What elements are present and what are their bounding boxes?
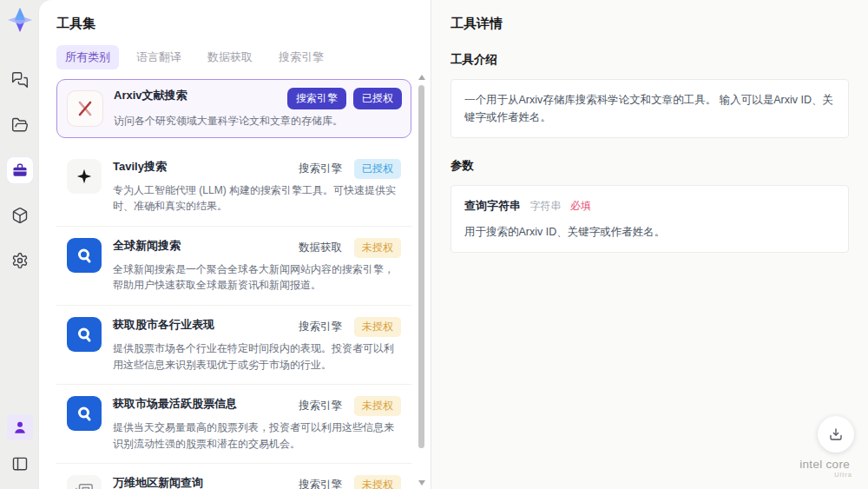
tool-list: Arxiv文献搜索 搜索引擎 已授权 访问各个研究领域大量科学论文和文章的存储库… (56, 79, 431, 489)
tab-all-categories[interactable]: 所有类别 (56, 45, 119, 69)
tool-description: 专为人工智能代理 (LLM) 构建的搜索引擎工具。可快速提供实时、准确和真实的结… (113, 182, 401, 215)
params-heading: 参数 (450, 158, 849, 174)
scrollbar-thumb[interactable] (418, 85, 424, 448)
user-icon[interactable] (7, 414, 33, 440)
tool-name: 获取股市各行业表现 (113, 317, 214, 333)
tool-intro-text: 一个用于从Arxiv存储库搜索科学论文和文章的工具。 输入可以是Arxiv ID… (464, 94, 833, 123)
intel-core-sub-text: Ultra (799, 472, 852, 479)
auth-badge: 已授权 (353, 88, 402, 109)
chat-icon[interactable] (7, 67, 33, 93)
parameter-name: 查询字符串 (464, 199, 521, 212)
category-label: 搜索引擎 (299, 320, 342, 334)
tool-detail-pane: 工具详情 工具介绍 一个用于从Arxiv存储库搜索科学论文和文章的工具。 输入可… (431, 0, 868, 489)
newspaper-icon (67, 475, 102, 489)
tool-list-pane: 工具集 所有类别 语言翻译 数据获取 搜索引擎 Arxiv文献搜索 (39, 0, 431, 489)
parameter-box: 查询字符串 字符串 必填 用于搜索的Arxiv ID、关键字或作者姓名。 (450, 185, 849, 253)
package-icon[interactable] (7, 202, 33, 228)
tool-description: 提供当天交易量最高的股票列表，投资者可以利用这些信息来识别流动性强的股票和潜在的… (113, 420, 401, 452)
rail-bottom (7, 414, 33, 477)
category-label: 搜索引擎 (299, 478, 342, 489)
download-icon (828, 426, 844, 442)
page-title: 工具集 (56, 16, 431, 32)
detail-title: 工具详情 (450, 16, 849, 32)
intel-core-logo: intel core Ultra (799, 459, 852, 479)
toolbox-icon[interactable] (7, 157, 33, 183)
intel-core-logo-text: intel core (799, 458, 850, 471)
tool-description: 提供股票市场各个行业在特定时间段内的表现。投资者可以利用这些信息来识别表现优于或… (113, 340, 401, 373)
intro-heading: 工具介绍 (450, 52, 849, 68)
parameter-header: 查询字符串 字符串 必填 (464, 197, 835, 215)
tool-name: 全球新闻搜索 (113, 238, 181, 254)
search-logo-icon (67, 396, 102, 431)
category-label: 搜索引擎 (299, 162, 342, 176)
parameter-required-label: 必填 (570, 200, 591, 212)
tool-card-global-news[interactable]: 全球新闻搜索 数据获取 未授权 全球新闻搜索是一个聚合全球各大新闻网站内容的搜索… (56, 227, 411, 306)
tab-data-fetch[interactable]: 数据获取 (199, 45, 261, 69)
app-logo-icon[interactable] (4, 4, 36, 36)
parameter-description: 用于搜索的Arxiv ID、关键字或作者姓名。 (464, 223, 835, 241)
tab-language-translation[interactable]: 语言翻译 (128, 45, 190, 69)
tab-search-engine[interactable]: 搜索引擎 (270, 45, 332, 69)
scroll-up-arrow-icon[interactable] (418, 75, 425, 80)
tool-name: Tavily搜索 (113, 159, 167, 175)
auth-badge: 未授权 (354, 475, 401, 489)
auth-badge: 未授权 (354, 317, 401, 337)
category-badge: 搜索引擎 (287, 88, 346, 109)
settings-icon[interactable] (7, 248, 33, 274)
auth-badge: 已授权 (354, 159, 401, 179)
rail-nav (7, 67, 33, 274)
search-logo-icon (67, 238, 102, 273)
tool-description: 访问各个研究领域大量科学论文和文章的存储库。 (114, 113, 402, 129)
arxiv-logo-icon (68, 91, 102, 126)
tool-name: Arxiv文献搜索 (114, 88, 187, 103)
left-rail (0, 0, 39, 489)
tool-card-regional-news[interactable]: 万维地区新闻查询 搜索引擎 未授权 查询具体行政区划内的新闻，快速了解各地新闻动 (56, 464, 411, 489)
tool-card-arxiv[interactable]: Arxiv文献搜索 搜索引擎 已授权 访问各个研究领域大量科学论文和文章的存储库… (56, 79, 411, 138)
download-button[interactable] (818, 416, 854, 453)
main-surface: 工具集 所有类别 语言翻译 数据获取 搜索引擎 Arxiv文献搜索 (39, 0, 868, 489)
category-tabs: 所有类别 语言翻译 数据获取 搜索引擎 (56, 45, 431, 69)
category-label: 搜索引擎 (299, 399, 342, 413)
tool-name: 万维地区新闻查询 (113, 475, 203, 489)
tool-card-tavily[interactable]: Tavily搜索 搜索引擎 已授权 专为人工智能代理 (LLM) 构建的搜索引擎… (56, 148, 411, 227)
auth-badge: 未授权 (354, 396, 401, 416)
category-label: 数据获取 (299, 241, 342, 255)
tool-name: 获取市场最活跃股票信息 (113, 396, 237, 412)
tool-intro-box: 一个用于从Arxiv存储库搜索科学论文和文章的工具。 输入可以是Arxiv ID… (450, 79, 849, 138)
sparkle-star-icon (67, 159, 102, 194)
tool-card-sector-performance[interactable]: 获取股市各行业表现 搜索引擎 未授权 提供股票市场各个行业在特定时间段内的表现。… (56, 306, 411, 385)
scroll-down-arrow-icon[interactable] (418, 480, 425, 486)
tool-card-most-active-stocks[interactable]: 获取市场最活跃股票信息 搜索引擎 未授权 提供当天交易量最高的股票列表，投资者可… (56, 385, 411, 464)
parameter-type: 字符串 (529, 200, 561, 212)
tool-description: 全球新闻搜索是一个聚合全球各大新闻网站内容的搜索引擎，帮助用户快速获取全球最新资… (113, 261, 401, 294)
list-scrollbar (418, 75, 425, 486)
auth-badge: 未授权 (354, 238, 401, 258)
folder-icon[interactable] (7, 112, 33, 138)
search-logo-icon (67, 317, 102, 352)
panel-left-icon[interactable] (7, 451, 33, 477)
